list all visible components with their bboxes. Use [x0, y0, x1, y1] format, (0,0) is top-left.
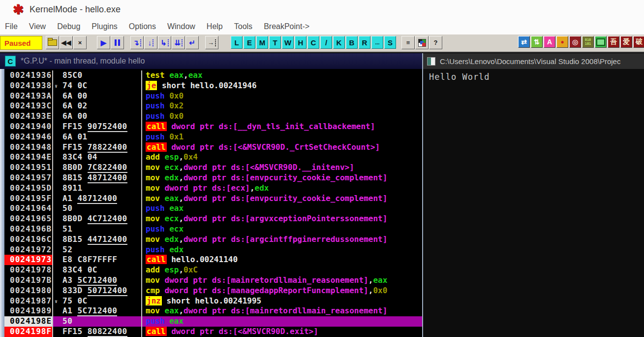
address-cell[interactable]: 00241965 — [4, 214, 53, 224]
address-cell[interactable]: 0024193A — [4, 91, 53, 101]
close-button[interactable]: × — [73, 36, 87, 49]
address-cell[interactable]: 00241948 — [4, 142, 53, 153]
disassembly-panel[interactable]: 0024193685C0test eax,eax00241938∨74 0Cje… — [0, 69, 422, 337]
animate-into-button[interactable]: ↳ — [158, 36, 171, 49]
binary-plugin-button[interactable]: 010101 — [582, 36, 594, 48]
address-cell[interactable]: 00241936 — [4, 70, 53, 81]
hanzi-wu-plugin-button[interactable]: 吾 — [608, 36, 619, 48]
animate-over-button[interactable]: ⇊ — [172, 36, 185, 49]
menu-item-debug[interactable]: Debug — [57, 22, 80, 31]
disasm-row[interactable]: 00241973E8 C8F7FFFFcall hello.00241140 — [4, 255, 422, 265]
address-cell[interactable]: 0024193C — [4, 101, 53, 111]
view-button-r[interactable]: R — [359, 36, 370, 49]
disasm-row[interactable]: 0024196450push eax — [4, 203, 422, 214]
view-button-e[interactable]: E — [244, 36, 255, 49]
address-cell[interactable]: 0024193E — [4, 111, 53, 122]
address-cell[interactable]: 0024198F — [4, 327, 53, 337]
address-cell[interactable]: 00241978 — [4, 265, 53, 275]
address-cell[interactable]: 00241964 — [4, 203, 53, 214]
disasm-row[interactable]: 0024193C6A 02push 0x2 — [4, 101, 422, 111]
address-cell[interactable]: 0024195F — [4, 194, 53, 204]
address-cell[interactable]: 00241972 — [4, 245, 53, 255]
hanzi-po-plugin-button[interactable]: 破 — [633, 36, 644, 48]
disasm-row[interactable]: 0024193685C0test eax,eax — [4, 70, 422, 81]
view-button-k[interactable]: K — [333, 36, 345, 49]
address-cell[interactable]: 00241951 — [4, 163, 53, 173]
run-to-cursor-button[interactable]: → — [205, 36, 218, 49]
view-button-h[interactable]: H — [295, 36, 307, 49]
target-plugin-button[interactable]: ◎ — [569, 36, 581, 48]
address-cell[interactable]: 00241989 — [4, 306, 53, 316]
address-cell[interactable]: 00241940 — [4, 122, 53, 132]
view-button-t[interactable]: T — [269, 36, 281, 49]
disasm-row[interactable]: 0024197BA3 5C712400mov dword ptr ds:[mai… — [4, 275, 422, 286]
cpu-window-title-bar[interactable]: C *G.P.U* - main thread, module hello — [0, 53, 422, 69]
disasm-row[interactable]: 002419658B0D 4C712400mov ecx,dword ptr d… — [4, 214, 422, 224]
view-button-b[interactable]: B — [346, 36, 358, 49]
disasm-row[interactable]: 00241940FF15 90752400call dword ptr ds:[… — [4, 122, 422, 132]
disasm-row[interactable]: 002419466A 01push 0x1 — [4, 132, 422, 142]
pause-button[interactable] — [111, 36, 124, 49]
disasm-row[interactable]: 00241948FF15 78822400call dword ptr ds:[… — [4, 142, 422, 153]
disasm-row[interactable]: 00241938∨74 0Cje short hello.00241946 — [4, 81, 422, 91]
view-button-s[interactable]: S — [384, 36, 396, 49]
view-button-more[interactable]: ... — [371, 36, 383, 49]
disasm-row[interactable]: 002419578B15 48712400mov edx,dword ptr d… — [4, 173, 422, 183]
disasm-row[interactable]: 00241987∨75 0Cjnz short hello.00241995 — [4, 296, 422, 306]
console-title-bar[interactable]: C:\Users\Lenovo\Documents\Visual Studio … — [423, 53, 644, 69]
disasm-row[interactable]: 0024193E6A 00push 0x0 — [4, 111, 422, 122]
run-button[interactable]: ▶ — [97, 36, 110, 49]
letter-a-plugin-button[interactable]: A — [544, 36, 555, 48]
menu-item-window[interactable]: Window — [167, 22, 195, 31]
log-list-button[interactable]: ≡ — [401, 36, 415, 49]
address-cell[interactable]: 0024194E — [4, 152, 53, 163]
disasm-row[interactable]: 0024198E50push eax — [4, 316, 422, 327]
menu-item-file[interactable]: File — [5, 22, 18, 31]
address-cell[interactable]: 00241938 — [4, 81, 53, 91]
disasm-row[interactable]: 00241980833D 50712400cmp dword ptr ds:[m… — [4, 286, 422, 296]
disasm-row[interactable]: 0024198FFF15 80822400call dword ptr ds:[… — [4, 327, 422, 337]
execute-till-return-button[interactable]: ↵ — [185, 36, 199, 49]
disasm-row[interactable]: 0024196C8B15 44712400mov edx,dword ptr d… — [4, 235, 422, 245]
restart-button[interactable]: ◀◀ — [60, 36, 73, 49]
updown-plugin-button[interactable]: ⇅ — [531, 36, 543, 48]
address-cell[interactable]: 0024196C — [4, 235, 53, 245]
address-cell[interactable]: 00241957 — [4, 173, 53, 183]
disasm-row[interactable]: 002419518B0D 7C822400mov ecx,dword ptr d… — [4, 163, 422, 173]
menu-item-options[interactable]: Options — [129, 22, 156, 31]
address-cell[interactable]: 0024198E — [4, 316, 53, 327]
view-button-w[interactable]: W — [282, 36, 294, 49]
record-plugin-button[interactable]: ● — [556, 36, 568, 48]
view-button-m[interactable]: M — [256, 36, 268, 49]
help-button[interactable]: ? — [429, 36, 442, 49]
view-button-c[interactable]: C — [307, 36, 319, 49]
disasm-row[interactable]: 0024195D8911mov dword ptr ds:[ecx],edx — [4, 183, 422, 194]
menu-item-plugins[interactable]: Plugins — [92, 22, 117, 31]
view-button-slash[interactable]: / — [320, 36, 332, 49]
disasm-row[interactable]: 0024195FA1 48712400mov eax,dword ptr ds:… — [4, 194, 422, 204]
disasm-row[interactable]: 00241989A1 5C712400mov eax,dword ptr ds:… — [4, 306, 422, 316]
address-cell[interactable]: 0024197B — [4, 275, 53, 286]
open-file-button[interactable] — [46, 36, 59, 49]
hanzi-ai-plugin-button[interactable]: 爱 — [620, 36, 632, 48]
disasm-row[interactable]: 0024196B51push ecx — [4, 224, 422, 235]
step-into-button[interactable]: ↴ — [130, 36, 144, 49]
step-over-button[interactable]: ↓ — [144, 36, 157, 49]
menu-item-tools[interactable]: Tools — [234, 22, 252, 31]
address-cell[interactable]: 00241946 — [4, 132, 53, 142]
view-button-l[interactable]: L — [231, 36, 243, 49]
disasm-row[interactable]: 0024193A6A 00push 0x0 — [4, 91, 422, 101]
address-cell[interactable]: 00241973 — [4, 255, 53, 265]
address-cell[interactable]: 00241980 — [4, 286, 53, 296]
appearance-button[interactable] — [415, 36, 429, 49]
console-output-area[interactable]: Hello World — [423, 69, 644, 337]
address-cell[interactable]: 00241987 — [4, 296, 53, 306]
disasm-row[interactable]: 0024197883C4 0Cadd esp,0xC — [4, 265, 422, 275]
disasm-row[interactable]: 0024197252push edx — [4, 245, 422, 255]
disasm-row[interactable]: 0024194E83C4 04add esp,0x4 — [4, 152, 422, 163]
menu-item-help[interactable]: Help — [207, 22, 223, 31]
address-cell[interactable]: 0024196B — [4, 224, 53, 235]
menu-item-breakpoint[interactable]: BreakPoint-> — [264, 22, 309, 31]
address-cell[interactable]: 0024195D — [4, 183, 53, 194]
menu-item-view[interactable]: View — [29, 22, 46, 31]
